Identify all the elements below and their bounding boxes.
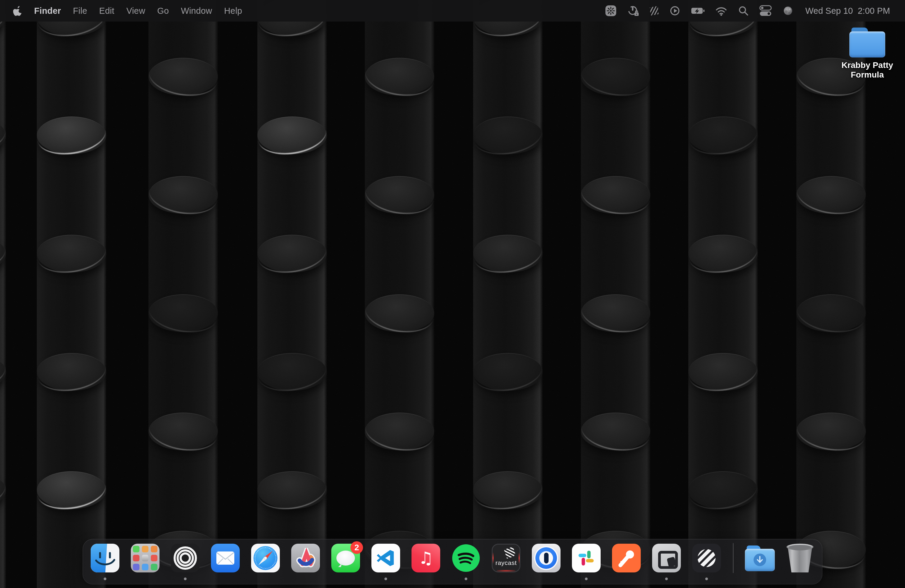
- dock-raycast[interactable]: raycast: [492, 544, 521, 572]
- wallpaper-column: [473, 0, 543, 588]
- wallpaper-column: [688, 0, 758, 588]
- cylinder-cap: [365, 176, 434, 214]
- striped-flag-icon[interactable]: [650, 6, 659, 15]
- wallpaper-column: [581, 0, 650, 588]
- folder-label: Krabby Patty Formula: [840, 60, 895, 80]
- control-center-icon[interactable]: [759, 5, 772, 17]
- menu-item-view[interactable]: View: [126, 6, 145, 16]
- wallpaper-column: [796, 0, 866, 588]
- dock-spotify[interactable]: [452, 544, 480, 572]
- concentric-rings-icon: [171, 544, 200, 572]
- starburst-icon[interactable]: [605, 5, 617, 17]
- menu-item-file[interactable]: File: [73, 6, 87, 16]
- wallpaper-column: [257, 0, 327, 588]
- dock-arc-browser[interactable]: [291, 544, 320, 572]
- menu-item-edit[interactable]: Edit: [99, 6, 114, 16]
- downloads-folder-icon: [746, 544, 774, 572]
- dock-1password[interactable]: [532, 544, 560, 572]
- cylinder-cap: [688, 353, 758, 391]
- cylinder-cap: [796, 294, 866, 332]
- cylinder-cap: [37, 116, 106, 154]
- desktop-folder-krabby-patty-formula[interactable]: Krabby Patty Formula: [838, 27, 897, 80]
- menu-clock-time: 2:00 PM: [858, 6, 890, 16]
- cylinder-cap: [473, 116, 543, 154]
- cylinder-cap: [365, 413, 434, 450]
- menu-bar-status-area: Wed Sep 10 2:00 PM: [605, 5, 890, 17]
- folder-icon: [849, 27, 885, 57]
- apple-menu-icon[interactable]: [13, 5, 22, 16]
- spotify-icon: [452, 544, 480, 572]
- trash-icon: [786, 544, 814, 572]
- dock-vscode[interactable]: [372, 544, 400, 572]
- cylinder-cap: [581, 294, 650, 332]
- cylinder-cap: [473, 353, 543, 391]
- dock-safari[interactable]: [251, 544, 280, 572]
- cylinder-cap: [148, 176, 218, 214]
- raycast-wordmark: raycast: [495, 559, 516, 566]
- cylinder-cap: [688, 116, 758, 154]
- battery-charging-icon[interactable]: [691, 6, 705, 16]
- cylinder-cap: [581, 176, 650, 214]
- dock-linear[interactable]: [692, 544, 721, 572]
- apple-music-icon: ♫: [411, 544, 440, 572]
- cylinder-cap: [148, 413, 218, 450]
- cylinder-cap: [365, 294, 434, 332]
- dock-zed[interactable]: [652, 544, 681, 572]
- linear-icon: [692, 544, 721, 572]
- cylinder-cap: [257, 235, 327, 272]
- dock-divider: [733, 543, 734, 573]
- menu-item-go[interactable]: Go: [157, 6, 169, 16]
- cylinder-cap: [796, 413, 866, 450]
- menu-clock[interactable]: Wed Sep 10 2:00 PM: [805, 6, 890, 16]
- menu-item-finder[interactable]: Finder: [34, 6, 61, 16]
- apple-logo: [13, 5, 22, 16]
- dock-launchpad[interactable]: [131, 544, 159, 572]
- dock-apple-music[interactable]: ♫: [411, 544, 440, 572]
- cylinder-cap: [473, 235, 543, 272]
- dock-postman[interactable]: [612, 544, 641, 572]
- desktop-wallpaper: [0, 0, 905, 588]
- launchpad-icon: [131, 544, 159, 572]
- notification-badge: 2: [351, 541, 363, 554]
- power-lock-icon[interactable]: [627, 5, 640, 17]
- dock-rings-app[interactable]: [171, 544, 200, 572]
- speech-bubble: [337, 551, 355, 566]
- cylinder-cap: [37, 471, 106, 509]
- dock-downloads-folder[interactable]: [746, 544, 774, 572]
- cylinder-cap: [688, 471, 758, 509]
- wifi-icon[interactable]: [715, 5, 727, 16]
- cylinder-cap: [0, 235, 6, 272]
- menu-item-window[interactable]: Window: [181, 6, 212, 16]
- cylinder-cap: [581, 413, 650, 450]
- cylinder-cap: [0, 471, 6, 509]
- now-playing-icon[interactable]: [669, 5, 681, 17]
- spotlight-search-icon[interactable]: [738, 5, 749, 16]
- cylinder-cap: [473, 471, 543, 509]
- download-arrow-badge: [754, 553, 766, 566]
- dock-finder[interactable]: [90, 544, 119, 572]
- cylinder-cap: [148, 294, 218, 332]
- mail-icon: [211, 544, 240, 572]
- cylinder-cap: [581, 58, 650, 95]
- cylinder-cap: [257, 471, 327, 509]
- wallpaper-noise: [0, 0, 905, 588]
- cylinder-cap: [257, 353, 327, 391]
- arc-browser-icon: [291, 544, 320, 572]
- menu-item-help[interactable]: Help: [224, 6, 242, 16]
- cylinder-cap: [257, 116, 327, 154]
- dock-slack[interactable]: [572, 544, 601, 572]
- dock: 2 ♫ ray: [83, 539, 822, 585]
- cylinder-cap: [0, 116, 6, 154]
- cylinder-cap: [796, 176, 866, 214]
- menu-clock-date: Wed Sep 10: [805, 6, 853, 16]
- wallpaper-column: [0, 0, 6, 588]
- vscode-icon: [372, 544, 400, 572]
- dock-trash[interactable]: [786, 544, 814, 572]
- wallpaper-column: [37, 0, 106, 588]
- raycast-logo: [504, 547, 516, 559]
- zed-icon: [652, 544, 681, 572]
- dock-mail[interactable]: [211, 544, 240, 572]
- sphere-assistant-icon[interactable]: [782, 5, 794, 17]
- dock-messages[interactable]: 2: [331, 544, 360, 572]
- wallpaper-column: [365, 0, 434, 588]
